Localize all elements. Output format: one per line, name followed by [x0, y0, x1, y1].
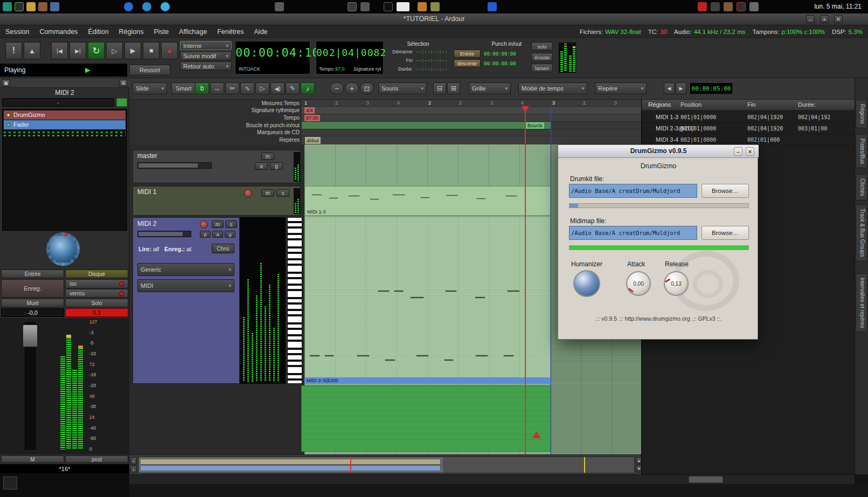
track-solo-button[interactable]: s: [225, 220, 237, 228]
go-to-start-button[interactable]: |◀: [51, 42, 68, 59]
menu-fenetres[interactable]: Fenêtres: [217, 28, 244, 36]
track-name-label[interactable]: MIDI 1: [137, 188, 156, 196]
attack-knob[interactable]: 0,00: [626, 271, 651, 296]
tray-icon[interactable]: [711, 2, 720, 11]
drumkit-browse-button[interactable]: Browse…: [702, 184, 749, 198]
track-solo-button[interactable]: s: [276, 189, 289, 197]
solo-indicator-button[interactable]: solo: [531, 42, 553, 51]
tray-icon[interactable]: [275, 2, 284, 11]
go-to-end-button[interactable]: ▶|: [70, 42, 86, 59]
processor-box[interactable]: DrumGizmo Fader: [2, 109, 127, 231]
release-knob[interactable]: 0,13: [664, 271, 689, 296]
app-launcher-icon[interactable]: [161, 2, 170, 11]
tab-track-groups[interactable]: Track & Bus Groups: [856, 204, 867, 261]
app-launcher-icon[interactable]: [38, 2, 47, 11]
track-mute-button[interactable]: m: [261, 189, 274, 197]
grid-select[interactable]: Grille: [469, 82, 511, 94]
meter-point-button[interactable]: post: [65, 455, 128, 463]
loop-range-strip[interactable]: [302, 122, 551, 129]
midi-note[interactable]: [394, 290, 404, 292]
menu-edition[interactable]: Édition: [88, 28, 108, 36]
gain-fader-handle[interactable]: [23, 325, 38, 347]
strip-name-button[interactable]: *16*: [0, 464, 129, 473]
menu-aide[interactable]: Aide: [254, 28, 268, 36]
solo-lock-button[interactable]: verrou: [65, 289, 128, 298]
midnam-model-select[interactable]: Generic: [137, 263, 234, 276]
region-midi2[interactable]: [304, 217, 551, 377]
auto-return-select[interactable]: Retour auto: [180, 61, 232, 71]
processor-active-led[interactable]: [6, 123, 10, 127]
nudge-forward-button[interactable]: ▶: [676, 82, 686, 94]
punch-out-button[interactable]: descente: [454, 59, 481, 67]
regions-column-end[interactable]: Fin: [747, 101, 755, 108]
midi-note[interactable]: [416, 355, 429, 357]
midi-panic-button[interactable]: !: [5, 42, 22, 59]
track-gain-slider[interactable]: [137, 231, 191, 237]
tool-object-button[interactable]: b: [195, 82, 209, 94]
ruler-label-loop[interactable]: Boucle et punch-in/out: [129, 122, 300, 128]
tool-range-button[interactable]: ↔: [210, 82, 224, 94]
processor-drumgizmo[interactable]: DrumGizmo: [4, 111, 126, 120]
midi-note[interactable]: [309, 355, 320, 357]
track-expand-button[interactable]: ⊞: [447, 82, 460, 94]
tab-ranges-markers[interactable]: Intervalles et repères: [856, 273, 867, 332]
track-gain-button[interactable]: g: [270, 162, 283, 170]
grid-unit-select[interactable]: Moitié de temps: [518, 82, 587, 94]
tool-edit-midi-button[interactable]: ♪: [301, 82, 315, 94]
ruler-label-bars[interactable]: Mesures:Temps: [129, 100, 300, 106]
punch-in-value[interactable]: 00:00:00:00: [484, 51, 516, 57]
tool-stretch-button[interactable]: ∿: [240, 82, 254, 94]
midi-note[interactable]: [378, 290, 390, 292]
solo-isolate-button[interactable]: iso: [65, 279, 128, 288]
zoom-in-button[interactable]: +: [345, 82, 359, 94]
ruler-label-markers[interactable]: Repères: [129, 137, 300, 143]
tab-snapshots[interactable]: Clichés: [856, 174, 867, 201]
zoom-fit-button[interactable]: ⊡: [360, 82, 374, 94]
menu-piste[interactable]: Piste: [154, 28, 169, 36]
midi-note[interactable]: [420, 197, 430, 198]
track-header-midi2[interactable]: MIDI 2 m s p a g Lire: all Enreg.: al. C…: [133, 217, 240, 384]
nudge-clock[interactable]: 00:00:05:00: [690, 82, 733, 94]
midi-note[interactable]: [503, 355, 514, 357]
midimap-file-input[interactable]: [569, 226, 697, 240]
midi-note[interactable]: [475, 296, 485, 299]
ruler-label-cd[interactable]: Marqueurs de CD: [129, 129, 300, 135]
midi-note[interactable]: [348, 195, 360, 197]
stop-button[interactable]: ■: [143, 42, 159, 59]
midi-note[interactable]: [444, 359, 454, 361]
punch-out-value[interactable]: 00:00:00:00: [484, 61, 516, 66]
comment-button[interactable]: [116, 98, 127, 107]
record-button[interactable]: ●: [161, 42, 178, 59]
mixer-track-name[interactable]: MIDI 2: [0, 89, 129, 96]
search-icon[interactable]: [348, 2, 357, 11]
midi-play-channel-value[interactable]: all: [153, 246, 159, 252]
minimize-button[interactable]: –: [806, 15, 815, 23]
close-button[interactable]: ✕: [834, 15, 843, 23]
zoom-focus-select[interactable]: Souris: [378, 82, 427, 94]
tray-icon[interactable]: [384, 2, 393, 11]
selection-start-value[interactable]: --:--:--:--: [415, 49, 448, 54]
track-group-button[interactable]: g: [225, 231, 235, 238]
track-mute-button[interactable]: m: [212, 220, 224, 228]
midnam-mode-select[interactable]: MIDI: [137, 279, 234, 292]
track-mute-button[interactable]: m: [261, 153, 274, 160]
track-record-arm-button[interactable]: [200, 220, 208, 229]
ruler-bars-row[interactable]: 1 2 3 4 2 2 3 4 3 2 3: [302, 100, 641, 107]
secondary-clock[interactable]: 002|04|0082 Tempo97,0 Signature ryt: [316, 41, 384, 74]
horizontal-scrollbar[interactable]: [129, 474, 855, 484]
ruler-cd-row[interactable]: [302, 129, 641, 136]
knob-graphic[interactable]: [46, 232, 80, 266]
playhead-line[interactable]: [525, 107, 526, 144]
app-launcher-icon[interactable]: [15, 2, 24, 11]
midi-note[interactable]: [410, 296, 424, 299]
loop-marker[interactable]: Boucle: [526, 122, 544, 129]
follow-edits-select[interactable]: Suivre modif: [180, 51, 232, 60]
peak-display[interactable]: 0,1: [65, 308, 128, 317]
track-gain-slider[interactable]: [137, 162, 212, 169]
plugin-minimize-button[interactable]: –: [734, 147, 742, 156]
tray-icon[interactable]: [737, 2, 746, 11]
tool-cut-button[interactable]: ✂: [225, 82, 239, 94]
ruler-label-meter[interactable]: Signature rythmique: [129, 107, 300, 113]
disk-monitor-button[interactable]: Disque: [65, 270, 128, 278]
tool-draw-button[interactable]: ✎: [286, 82, 300, 94]
